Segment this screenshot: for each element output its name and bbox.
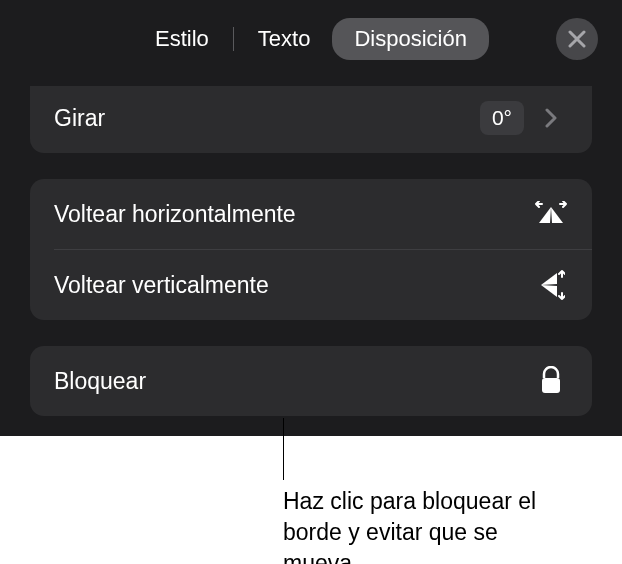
chevron-right-icon bbox=[534, 101, 568, 135]
lock-row[interactable]: Bloquear bbox=[30, 346, 592, 416]
flip-horizontal-icon bbox=[534, 197, 568, 231]
flip-horizontal-label: Voltear horizontalmente bbox=[54, 201, 296, 228]
tab-separator bbox=[233, 27, 234, 51]
callout-text: Haz clic para bloquear el borde y evitar… bbox=[283, 486, 573, 564]
rotate-right: 0° bbox=[480, 101, 568, 135]
flip-vertical-row[interactable]: Voltear verticalmente bbox=[30, 250, 592, 320]
rotate-group: Girar 0° bbox=[30, 86, 592, 153]
flip-vertical-icon bbox=[534, 268, 568, 302]
rotate-label: Girar bbox=[54, 105, 105, 132]
tab-text[interactable]: Texto bbox=[236, 18, 333, 60]
close-icon bbox=[560, 22, 594, 56]
callout-line bbox=[283, 418, 284, 480]
callout: Haz clic para bloquear el borde y evitar… bbox=[0, 486, 622, 564]
flip-vertical-label: Voltear verticalmente bbox=[54, 272, 269, 299]
tabs-group: Estilo Texto Disposición bbox=[133, 18, 489, 60]
flip-horizontal-row[interactable]: Voltear horizontalmente bbox=[30, 179, 592, 249]
lock-icon bbox=[534, 364, 568, 398]
flip-group: Voltear horizontalmente Voltear vertical… bbox=[30, 179, 592, 320]
rotate-value: 0° bbox=[480, 101, 524, 135]
layout-panel: Estilo Texto Disposición Girar 0° bbox=[0, 0, 622, 436]
tab-style[interactable]: Estilo bbox=[133, 18, 231, 60]
rotate-row[interactable]: Girar 0° bbox=[30, 86, 592, 153]
close-button[interactable] bbox=[556, 18, 598, 60]
tab-layout[interactable]: Disposición bbox=[332, 18, 489, 60]
lock-label: Bloquear bbox=[54, 368, 146, 395]
svg-rect-0 bbox=[542, 378, 560, 393]
lock-group: Bloquear bbox=[30, 346, 592, 416]
controls-section: Girar 0° Voltear horizontalmente bbox=[30, 86, 592, 416]
tab-bar: Estilo Texto Disposición bbox=[0, 0, 622, 78]
